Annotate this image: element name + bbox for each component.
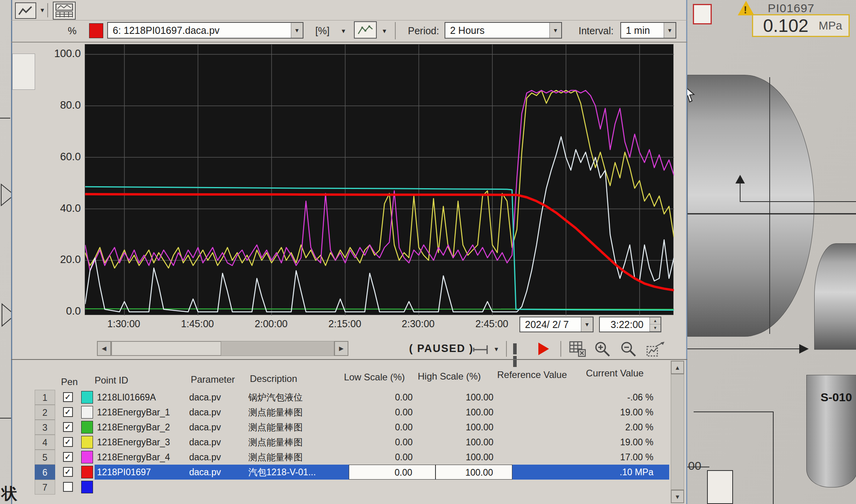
high-scale-cell[interactable]: 100.00 <box>435 435 512 450</box>
pen-color-swatch <box>81 451 93 463</box>
chart-style-dropdown-arrow[interactable]: ▼ <box>381 28 387 34</box>
table-row[interactable]: 4 ✓ 1218EnergyBar_3 daca.pv 测点能量棒图 0.00 … <box>35 435 669 450</box>
high-scale-cell[interactable]: 100.00 <box>435 450 512 465</box>
table-row[interactable]: 7 <box>35 480 669 495</box>
time-spinner[interactable]: 3:22:00 ▲▼ <box>599 317 661 332</box>
selected-pen-color-swatch <box>89 23 103 38</box>
pressure-value-box: 0.102 MPa <box>752 14 850 37</box>
scale-mode-button[interactable]: [%] <box>315 25 329 37</box>
low-scale-cell[interactable]: 0.00 <box>349 420 435 435</box>
pause-button[interactable] <box>513 343 525 355</box>
header-reference-value[interactable]: Reference Value <box>489 369 575 380</box>
x-axis-label: 2:30:00 <box>385 318 452 330</box>
trend-table-icon <box>55 3 73 18</box>
date-picker[interactable]: 2024/ 2/ 7 ▼ <box>519 317 594 332</box>
export-chart-icon[interactable] <box>646 341 665 358</box>
pen-checkbox[interactable]: ✓ <box>63 422 73 432</box>
chart-style-button[interactable] <box>354 21 377 39</box>
header-parameter[interactable]: Parameter <box>191 374 235 385</box>
reference-value-cell <box>512 465 581 480</box>
chart-style-icon <box>357 24 374 36</box>
low-scale-cell[interactable] <box>349 480 435 495</box>
trend-view-button[interactable] <box>15 2 36 19</box>
pen-selector-combobox[interactable]: 6: 1218PI01697.daca.pv ▼ <box>107 22 303 39</box>
y-axis-label: 40.0 <box>37 202 81 215</box>
table-row[interactable]: 6 ✓ 1218PI01697 daca.pv 汽包1218-V-01... 0… <box>35 465 669 480</box>
chart-plot-area[interactable] <box>85 44 674 315</box>
y-axis-label: 100.0 <box>37 48 81 60</box>
table-scrollbar-track[interactable] <box>671 374 684 490</box>
row-number-cell: 7 <box>35 480 55 495</box>
header-description[interactable]: Description <box>250 373 297 384</box>
pen-color-swatch <box>81 391 93 404</box>
pen-color-swatch <box>81 406 93 419</box>
interval-dropdown-arrow[interactable]: ▼ <box>664 23 675 38</box>
scroll-left-button[interactable]: ◀ <box>97 341 111 356</box>
y-axis-label: 20.0 <box>37 254 81 266</box>
row-number-cell: 2 <box>35 405 55 420</box>
time-scrollbar-thumb[interactable] <box>112 341 221 356</box>
trend-series-1218EnergyBar_2 <box>85 309 674 309</box>
table-row[interactable]: 1 ✓ 1218LI01669A daca.pv 锅炉汽包液位 0.00 100… <box>35 390 669 405</box>
description-cell: 测点能量棒图 <box>248 420 349 435</box>
header-low-scale[interactable]: Low Scale (%) <box>331 372 418 383</box>
time-scrollbar-track[interactable] <box>111 341 334 356</box>
cursor-tool-dropdown-arrow[interactable]: ▼ <box>493 346 499 352</box>
pen-checkbox[interactable]: ✓ <box>63 452 73 462</box>
table-scroll-down-button[interactable]: ▼ <box>671 490 684 503</box>
interval-combobox[interactable]: 1 min ▼ <box>620 22 676 39</box>
scroll-right-button[interactable]: ▶ <box>334 341 348 356</box>
row-number-cell: 3 <box>35 420 55 435</box>
description-cell: 测点能量棒图 <box>248 450 349 465</box>
table-scroll-up-button[interactable]: ▲ <box>671 361 684 374</box>
zoom-out-icon[interactable] <box>620 341 637 358</box>
time-spinner-buttons[interactable]: ▲▼ <box>649 317 661 332</box>
row-number-cell: 4 <box>35 435 55 450</box>
high-scale-cell[interactable]: 100.00 <box>435 465 512 480</box>
period-dropdown-arrow[interactable]: ▼ <box>549 23 561 38</box>
trend-table-view-button[interactable] <box>53 2 76 20</box>
high-scale-cell[interactable] <box>435 480 512 495</box>
trend-view-dropdown-arrow[interactable]: ▼ <box>39 7 45 13</box>
high-scale-cell[interactable]: 100.00 <box>435 390 512 405</box>
period-combobox[interactable]: 2 Hours ▼ <box>445 22 562 39</box>
reference-value-cell <box>512 420 581 435</box>
header-current-value[interactable]: Current Value <box>571 368 658 379</box>
point-id-cell: 1218EnergyBar_1 <box>95 405 189 420</box>
table-row[interactable]: 5 ✓ 1218EnergyBar_4 daca.pv 测点能量棒图 0.00 … <box>35 450 669 465</box>
pen-selector-dropdown-arrow[interactable]: ▼ <box>291 23 303 38</box>
pen-checkbox[interactable] <box>63 482 73 492</box>
low-scale-cell[interactable]: 0.00 <box>349 390 435 405</box>
low-scale-cell[interactable]: 0.00 <box>349 450 435 465</box>
zoom-in-icon[interactable] <box>594 341 611 358</box>
play-button[interactable] <box>538 343 550 356</box>
high-scale-cell[interactable]: 100.00 <box>435 420 512 435</box>
pen-checkbox[interactable]: ✓ <box>63 392 73 402</box>
nav-separator-1 <box>506 341 507 357</box>
header-pen[interactable]: Pen <box>58 376 80 387</box>
date-dropdown-arrow[interactable]: ▼ <box>581 317 593 332</box>
export-table-icon[interactable] <box>569 341 586 358</box>
current-value-cell: .10 MPa <box>581 465 669 480</box>
pen-checkbox[interactable]: ✓ <box>63 437 73 447</box>
reference-value-cell <box>512 390 581 405</box>
trend-line-icon <box>17 4 34 17</box>
alarm-tag-label: PI01697 <box>768 2 815 15</box>
cursor-tool-icon[interactable] <box>473 344 491 355</box>
reference-value-cell <box>512 405 581 420</box>
table-row[interactable]: 2 ✓ 1218EnergyBar_1 daca.pv 测点能量棒图 0.00 … <box>35 405 669 420</box>
pen-checkbox[interactable]: ✓ <box>63 407 73 417</box>
period-value: 2 Hours <box>445 25 549 36</box>
table-row[interactable]: 3 ✓ 1218EnergyBar_2 daca.pv 测点能量棒图 0.00 … <box>35 420 669 435</box>
low-scale-cell[interactable]: 0.00 <box>349 465 435 480</box>
background-cut-character: 状 <box>2 483 17 504</box>
header-point-id[interactable]: Point ID <box>95 375 128 386</box>
scale-mode-dropdown-arrow[interactable]: ▼ <box>341 28 346 34</box>
current-value-cell: 17.00 % <box>581 450 669 465</box>
trend-chart <box>85 44 674 315</box>
low-scale-cell[interactable]: 0.00 <box>349 435 435 450</box>
high-scale-cell[interactable]: 100.00 <box>435 405 512 420</box>
pen-checkbox[interactable]: ✓ <box>63 467 73 477</box>
header-high-scale[interactable]: High Scale (%) <box>406 371 493 382</box>
low-scale-cell[interactable]: 0.00 <box>349 405 435 420</box>
